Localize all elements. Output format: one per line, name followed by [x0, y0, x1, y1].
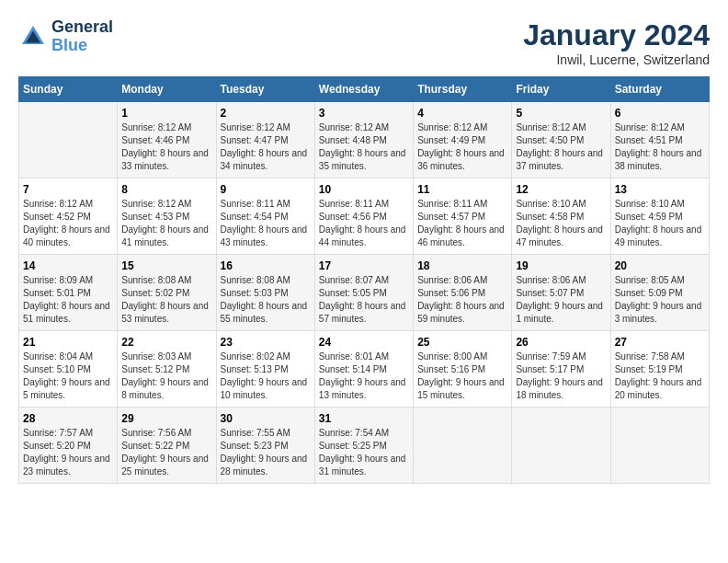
day-number: 18 [417, 259, 507, 272]
calendar-cell: 3Sunrise: 8:12 AM Sunset: 4:48 PM Daylig… [314, 102, 413, 178]
day-info: Sunrise: 8:12 AM Sunset: 4:47 PM Dayligh… [221, 121, 311, 173]
calendar-cell: 30Sunrise: 7:55 AM Sunset: 5:23 PM Dayli… [216, 408, 314, 484]
logo: General Blue [18, 18, 113, 55]
day-info: Sunrise: 8:06 AM Sunset: 5:07 PM Dayligh… [516, 274, 606, 326]
calendar-cell: 20Sunrise: 8:05 AM Sunset: 5:09 PM Dayli… [610, 255, 709, 331]
calendar-cell: 17Sunrise: 8:07 AM Sunset: 5:05 PM Dayli… [314, 255, 413, 331]
day-info: Sunrise: 8:05 AM Sunset: 5:09 PM Dayligh… [615, 274, 705, 326]
calendar-cell: 4Sunrise: 8:12 AM Sunset: 4:49 PM Daylig… [414, 102, 512, 178]
day-number: 2 [221, 107, 311, 120]
week-row-4: 28Sunrise: 7:57 AM Sunset: 5:20 PM Dayli… [19, 408, 710, 484]
calendar-cell: 14Sunrise: 8:09 AM Sunset: 5:01 PM Dayli… [19, 255, 118, 331]
day-info: Sunrise: 8:12 AM Sunset: 4:49 PM Dayligh… [417, 121, 507, 173]
day-info: Sunrise: 8:10 AM Sunset: 4:59 PM Dayligh… [615, 198, 705, 249]
calendar-cell: 31Sunrise: 7:54 AM Sunset: 5:25 PM Dayli… [314, 408, 413, 484]
calendar-cell: 19Sunrise: 8:06 AM Sunset: 5:07 PM Dayli… [512, 255, 610, 331]
calendar-cell: 1Sunrise: 8:12 AM Sunset: 4:46 PM Daylig… [118, 102, 216, 178]
day-number: 5 [516, 107, 606, 120]
day-info: Sunrise: 8:12 AM Sunset: 4:46 PM Dayligh… [121, 121, 211, 173]
day-info: Sunrise: 7:58 AM Sunset: 5:19 PM Dayligh… [615, 350, 705, 402]
day-number: 10 [319, 183, 409, 196]
day-info: Sunrise: 8:11 AM Sunset: 4:57 PM Dayligh… [417, 198, 507, 249]
header-wednesday: Wednesday [314, 77, 413, 102]
day-number: 20 [615, 259, 705, 272]
day-info: Sunrise: 8:03 AM Sunset: 5:12 PM Dayligh… [121, 350, 211, 402]
day-info: Sunrise: 7:57 AM Sunset: 5:20 PM Dayligh… [23, 427, 113, 478]
day-info: Sunrise: 8:12 AM Sunset: 4:51 PM Dayligh… [615, 121, 705, 173]
day-info: Sunrise: 8:01 AM Sunset: 5:14 PM Dayligh… [319, 350, 409, 402]
day-info: Sunrise: 8:12 AM Sunset: 4:52 PM Dayligh… [23, 198, 113, 249]
calendar-cell: 11Sunrise: 8:11 AM Sunset: 4:57 PM Dayli… [414, 178, 512, 255]
calendar-cell: 10Sunrise: 8:11 AM Sunset: 4:56 PM Dayli… [314, 178, 413, 255]
calendar-cell: 9Sunrise: 8:11 AM Sunset: 4:54 PM Daylig… [216, 178, 314, 255]
day-number: 21 [23, 336, 113, 349]
day-number: 14 [23, 259, 113, 272]
calendar-cell: 8Sunrise: 8:12 AM Sunset: 4:53 PM Daylig… [118, 178, 216, 255]
day-info: Sunrise: 8:08 AM Sunset: 5:02 PM Dayligh… [121, 274, 211, 326]
day-info: Sunrise: 8:08 AM Sunset: 5:03 PM Dayligh… [221, 274, 311, 326]
day-number: 19 [516, 259, 606, 272]
day-number: 12 [516, 183, 606, 196]
day-number: 30 [221, 412, 311, 425]
calendar-cell: 2Sunrise: 8:12 AM Sunset: 4:47 PM Daylig… [216, 102, 314, 178]
calendar-cell: 18Sunrise: 8:06 AM Sunset: 5:06 PM Dayli… [414, 255, 512, 331]
day-info: Sunrise: 8:10 AM Sunset: 4:58 PM Dayligh… [516, 198, 606, 249]
calendar-cell [414, 408, 512, 484]
calendar-cell: 21Sunrise: 8:04 AM Sunset: 5:10 PM Dayli… [19, 331, 118, 408]
calendar-cell: 22Sunrise: 8:03 AM Sunset: 5:12 PM Dayli… [118, 331, 216, 408]
calendar-cell: 7Sunrise: 8:12 AM Sunset: 4:52 PM Daylig… [19, 178, 118, 255]
calendar-cell [19, 102, 118, 178]
day-info: Sunrise: 7:55 AM Sunset: 5:23 PM Dayligh… [221, 427, 311, 478]
day-number: 27 [615, 336, 705, 349]
calendar-cell: 29Sunrise: 7:56 AM Sunset: 5:22 PM Dayli… [118, 408, 216, 484]
calendar-cell: 26Sunrise: 7:59 AM Sunset: 5:17 PM Dayli… [512, 331, 610, 408]
header-tuesday: Tuesday [216, 77, 314, 102]
header-friday: Friday [512, 77, 610, 102]
calendar-cell: 27Sunrise: 7:58 AM Sunset: 5:19 PM Dayli… [610, 331, 709, 408]
day-info: Sunrise: 8:11 AM Sunset: 4:56 PM Dayligh… [319, 198, 409, 249]
day-info: Sunrise: 8:06 AM Sunset: 5:06 PM Dayligh… [417, 274, 507, 326]
day-info: Sunrise: 8:07 AM Sunset: 5:05 PM Dayligh… [319, 274, 409, 326]
day-number: 16 [221, 259, 311, 272]
day-number: 1 [121, 107, 211, 120]
day-info: Sunrise: 8:12 AM Sunset: 4:53 PM Dayligh… [121, 198, 211, 249]
calendar-cell: 23Sunrise: 8:02 AM Sunset: 5:13 PM Dayli… [216, 331, 314, 408]
calendar-cell: 25Sunrise: 8:00 AM Sunset: 5:16 PM Dayli… [414, 331, 512, 408]
day-number: 11 [417, 183, 507, 196]
calendar-cell: 6Sunrise: 8:12 AM Sunset: 4:51 PM Daylig… [610, 102, 709, 178]
day-info: Sunrise: 7:56 AM Sunset: 5:22 PM Dayligh… [121, 427, 211, 478]
calendar-cell [512, 408, 610, 484]
day-number: 3 [319, 107, 409, 120]
day-info: Sunrise: 7:54 AM Sunset: 5:25 PM Dayligh… [319, 427, 409, 478]
day-number: 25 [417, 336, 507, 349]
week-row-0: 1Sunrise: 8:12 AM Sunset: 4:46 PM Daylig… [19, 102, 710, 178]
day-number: 29 [121, 412, 211, 425]
day-info: Sunrise: 8:11 AM Sunset: 4:54 PM Dayligh… [221, 198, 311, 249]
day-info: Sunrise: 7:59 AM Sunset: 5:17 PM Dayligh… [516, 350, 606, 402]
main-title: January 2024 [523, 18, 710, 52]
day-number: 24 [319, 336, 409, 349]
calendar-cell: 12Sunrise: 8:10 AM Sunset: 4:58 PM Dayli… [512, 178, 610, 255]
day-info: Sunrise: 8:04 AM Sunset: 5:10 PM Dayligh… [23, 350, 113, 402]
calendar-cell [610, 408, 709, 484]
week-row-1: 7Sunrise: 8:12 AM Sunset: 4:52 PM Daylig… [19, 178, 710, 255]
day-number: 28 [23, 412, 113, 425]
header: General Blue January 2024 Inwil, Lucerne… [18, 18, 710, 67]
day-number: 26 [516, 336, 606, 349]
day-number: 23 [221, 336, 311, 349]
header-sunday: Sunday [19, 77, 118, 102]
day-info: Sunrise: 8:09 AM Sunset: 5:01 PM Dayligh… [23, 274, 113, 326]
calendar-header-row: SundayMondayTuesdayWednesdayThursdayFrid… [19, 77, 710, 102]
day-info: Sunrise: 8:12 AM Sunset: 4:48 PM Dayligh… [319, 121, 409, 173]
day-info: Sunrise: 8:12 AM Sunset: 4:50 PM Dayligh… [516, 121, 606, 173]
logo-text: General Blue [51, 18, 113, 55]
calendar-cell: 15Sunrise: 8:08 AM Sunset: 5:02 PM Dayli… [118, 255, 216, 331]
day-number: 7 [23, 183, 113, 196]
day-number: 31 [319, 412, 409, 425]
week-row-2: 14Sunrise: 8:09 AM Sunset: 5:01 PM Dayli… [19, 255, 710, 331]
calendar-cell: 13Sunrise: 8:10 AM Sunset: 4:59 PM Dayli… [610, 178, 709, 255]
day-info: Sunrise: 8:02 AM Sunset: 5:13 PM Dayligh… [221, 350, 311, 402]
calendar-cell: 16Sunrise: 8:08 AM Sunset: 5:03 PM Dayli… [216, 255, 314, 331]
day-number: 22 [121, 336, 211, 349]
calendar-cell: 28Sunrise: 7:57 AM Sunset: 5:20 PM Dayli… [19, 408, 118, 484]
